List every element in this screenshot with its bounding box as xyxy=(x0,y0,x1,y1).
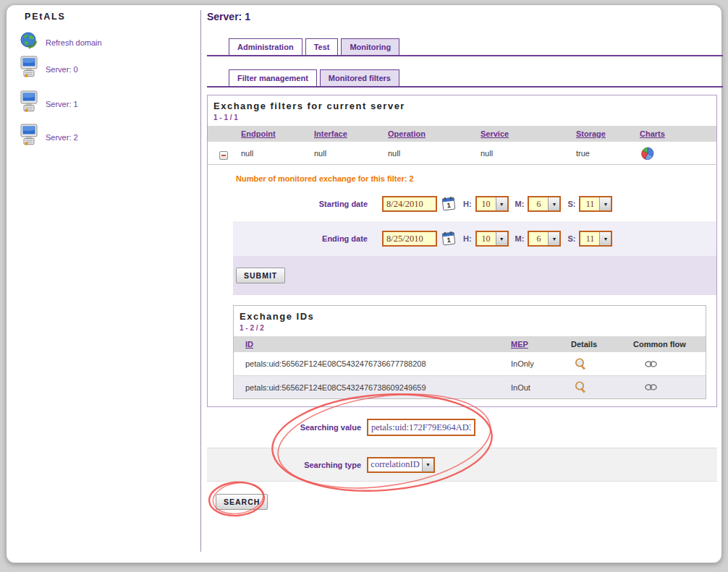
ids-pagination: 1 - 2 / 2 xyxy=(234,322,706,336)
server-icon xyxy=(19,56,39,83)
tab-monitored-filters[interactable]: Monitored filters xyxy=(320,69,399,86)
dropdown-arrow-icon: ▼ xyxy=(496,232,507,245)
subtab-bar: Filter management Monitored filters xyxy=(207,69,723,87)
main-content: Server: 1 Administration Test Monitoring… xyxy=(207,11,723,510)
server-icon xyxy=(19,124,39,151)
submit-button[interactable]: SUBMIT xyxy=(236,268,285,283)
searching-type-value: correlationID xyxy=(368,458,422,471)
cell-service: null xyxy=(481,149,576,158)
seconds-label: S: xyxy=(567,234,575,243)
column-header-mep[interactable]: MEP xyxy=(511,340,571,349)
ids-table-header: ID MEP Details Common flow xyxy=(234,336,706,352)
ending-second-value: 11 xyxy=(580,232,599,245)
chain-link-icon[interactable] xyxy=(645,383,657,391)
starting-date-row: Starting date 1 H xyxy=(233,187,716,221)
cell-interface: null xyxy=(314,149,388,158)
starting-date-label: Starting date xyxy=(233,200,368,208)
ending-date-row: Ending date 1 H: xyxy=(233,221,716,256)
exchange-id: petals:uid:56562F124E08C5432476738609249… xyxy=(234,383,511,392)
app-window: PEtALS Refresh domain xyxy=(6,4,722,563)
column-header-service[interactable]: Service xyxy=(481,129,576,138)
starting-hour-select[interactable]: 10 ▼ xyxy=(475,196,509,212)
dropdown-arrow-icon: ▼ xyxy=(548,232,559,245)
filter-detail-section: Number of monitored exchange for this fi… xyxy=(233,165,716,399)
svg-text:1: 1 xyxy=(446,236,451,244)
searching-type-label: Searching type xyxy=(207,461,361,469)
submit-band: SUBMIT xyxy=(233,256,716,295)
minutes-label: M: xyxy=(515,200,525,208)
exchange-ids-panel: Exchange IDs 1 - 2 / 2 ID MEP Details Co… xyxy=(233,305,706,399)
collapse-minus-icon[interactable] xyxy=(219,151,228,160)
mep-value: InOut xyxy=(511,383,571,392)
seconds-label: S: xyxy=(567,200,575,208)
ending-minute-select[interactable]: 6 ▼ xyxy=(528,231,561,247)
exchange-id-row: petals:uid:56562F124E08C5432476736677788… xyxy=(234,352,706,375)
refresh-domain-label: Refresh domain xyxy=(46,38,102,47)
tab-monitoring[interactable]: Monitoring xyxy=(341,38,399,55)
hours-label: H: xyxy=(463,234,472,243)
column-header-operation[interactable]: Operation xyxy=(388,129,481,138)
exchange-filters-panel: Exchange filters for current server 1 - … xyxy=(207,95,717,407)
starting-minute-value: 6 xyxy=(529,197,548,210)
searching-type-select[interactable]: correlationID ▼ xyxy=(367,457,435,473)
cell-storage: true xyxy=(576,149,640,158)
chain-link-icon[interactable] xyxy=(645,360,657,368)
column-header-endpoint[interactable]: Endpoint xyxy=(241,129,314,138)
tab-bar: Administration Test Monitoring xyxy=(207,38,723,56)
panel-title: Exchange filters for current server xyxy=(208,95,716,111)
dropdown-arrow-icon: ▼ xyxy=(599,232,611,245)
sidebar-item-refresh-domain[interactable]: Refresh domain xyxy=(19,31,102,54)
filters-table-header: Endpoint Interface Operation Service Sto… xyxy=(208,126,716,142)
sidebar-item-server-1[interactable]: Server: 1 xyxy=(19,90,78,118)
ending-hour-select[interactable]: 10 ▼ xyxy=(475,231,509,247)
pagination: 1 - 1 / 1 xyxy=(208,111,716,126)
ending-date-label: Ending date xyxy=(233,234,368,243)
tab-administration[interactable]: Administration xyxy=(229,38,302,55)
dropdown-arrow-icon: ▼ xyxy=(599,197,611,210)
starting-hour-value: 10 xyxy=(477,197,496,210)
cell-operation: null xyxy=(388,149,481,158)
column-header-common-flow: Common flow xyxy=(633,340,706,349)
tab-filter-management[interactable]: Filter management xyxy=(229,69,317,86)
svg-text:1: 1 xyxy=(446,202,451,209)
sidebar-item-server-2[interactable]: Server: 2 xyxy=(19,124,78,151)
monitored-exchange-count: Number of monitored exchange for this fi… xyxy=(233,165,716,187)
filter-table-row: null null null null true xyxy=(208,142,716,165)
calendar-icon[interactable]: 1 xyxy=(441,196,457,212)
dropdown-arrow-icon: ▼ xyxy=(548,197,559,210)
server-label: Server: 0 xyxy=(46,65,78,74)
ending-date-input[interactable] xyxy=(382,231,437,247)
globe-refresh-icon xyxy=(19,31,39,54)
starting-second-select[interactable]: 11 ▼ xyxy=(579,196,612,212)
server-icon xyxy=(19,90,39,118)
server-label: Server: 2 xyxy=(46,133,78,142)
exchange-id-row: petals:uid:56562F124E08C5432476738609249… xyxy=(234,375,706,398)
cell-endpoint: null xyxy=(241,149,314,158)
searching-value-label: Searching value xyxy=(207,423,361,432)
pie-chart-icon[interactable] xyxy=(641,147,654,160)
ending-second-select[interactable]: 11 ▼ xyxy=(579,231,612,247)
magnifier-details-icon[interactable] xyxy=(574,380,588,394)
starting-minute-select[interactable]: 6 ▼ xyxy=(528,196,561,212)
calendar-icon[interactable]: 1 xyxy=(441,231,457,247)
column-header-storage[interactable]: Storage xyxy=(576,129,640,138)
column-header-interface[interactable]: Interface xyxy=(314,129,388,138)
app-logo-text: PEtALS xyxy=(25,12,66,22)
magnifier-details-icon[interactable] xyxy=(574,357,588,371)
starting-date-input[interactable] xyxy=(382,196,437,212)
ids-panel-title: Exchange IDs xyxy=(234,306,706,322)
sidebar-item-server-0[interactable]: Server: 0 xyxy=(19,56,78,83)
column-header-charts[interactable]: Charts xyxy=(640,129,716,138)
page-title: Server: 1 xyxy=(207,11,723,25)
sidebar-divider xyxy=(200,10,201,552)
exchange-id: petals:uid:56562F124E08C5432476736677788… xyxy=(234,359,511,368)
hours-label: H: xyxy=(463,200,472,208)
minutes-label: M: xyxy=(515,234,525,243)
ending-hour-value: 10 xyxy=(477,232,496,245)
starting-second-value: 11 xyxy=(580,197,599,210)
search-button[interactable]: SEARCH xyxy=(216,494,268,510)
searching-value-input[interactable] xyxy=(367,419,475,436)
column-header-id[interactable]: ID xyxy=(234,340,511,349)
dropdown-arrow-icon: ▼ xyxy=(496,197,507,210)
tab-test[interactable]: Test xyxy=(305,38,339,55)
